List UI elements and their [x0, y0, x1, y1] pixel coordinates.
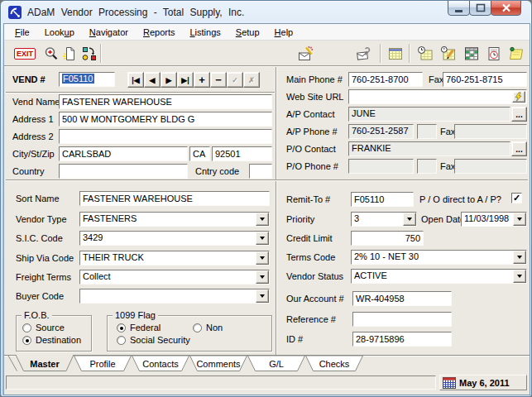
nav-prior-button[interactable]: ◀	[144, 72, 161, 88]
tab-contacts[interactable]: Contacts	[132, 356, 189, 371]
address2-field[interactable]	[59, 129, 272, 144]
table-clock-button[interactable]	[415, 43, 436, 64]
dropdown-arrow-icon[interactable]	[256, 213, 269, 226]
cntry-code-field[interactable]	[249, 164, 272, 179]
tab-master[interactable]: Master	[16, 355, 74, 371]
web-launch-button[interactable]	[512, 91, 525, 103]
our-account-field[interactable]	[352, 291, 452, 306]
flag1099-social-security-label[interactable]: Social Security	[130, 335, 190, 345]
zip-field[interactable]	[212, 146, 272, 161]
main-fax-field[interactable]	[443, 72, 527, 87]
nav-next-button[interactable]: ▶	[161, 72, 177, 88]
vendor-status-combo[interactable]: ACTIVE	[351, 269, 527, 284]
maximize-button[interactable]	[469, 0, 491, 16]
ap-phone-ext-field[interactable]	[417, 124, 437, 139]
sort-name-field[interactable]	[79, 191, 270, 206]
terms-code-combo[interactable]: 2% 10 - NET 30	[351, 250, 527, 265]
close-button[interactable]	[491, 0, 521, 16]
main-phone-field[interactable]	[348, 72, 423, 87]
city-field[interactable]	[59, 146, 188, 161]
new-document-button[interactable]	[59, 43, 80, 64]
freight-terms-combo[interactable]: Collect	[79, 270, 270, 285]
flag1099-non-radio[interactable]	[193, 323, 202, 332]
divider	[6, 92, 275, 93]
credit-limit-field[interactable]	[351, 231, 424, 246]
sic-code-combo[interactable]: 3429	[79, 231, 270, 246]
nav-insert-button[interactable]: +	[194, 72, 210, 88]
po-contact-field[interactable]: FRANKIE	[348, 141, 510, 156]
menu-help[interactable]: Help	[267, 26, 301, 39]
exit-button[interactable]: EXIT	[11, 43, 39, 64]
flag1099-federal-label[interactable]: Federal	[130, 323, 161, 332]
nav-first-button[interactable]: |◀	[127, 72, 144, 88]
id-number-field[interactable]	[352, 332, 452, 347]
dropdown-arrow-icon[interactable]	[256, 251, 269, 265]
dropdown-arrow-icon[interactable]	[513, 213, 526, 226]
fob-destination-radio[interactable]	[22, 336, 31, 345]
open-date-combo[interactable]: 11/03/1998	[461, 212, 527, 227]
vendor-type-label: Vendor Type	[16, 214, 67, 224]
nav-delete-button[interactable]: −	[210, 72, 227, 88]
vend-name-field[interactable]	[59, 94, 272, 109]
po-contact-lookup-button[interactable]: ...	[511, 141, 527, 156]
buyer-code-combo[interactable]	[79, 289, 270, 304]
remit-to-field[interactable]	[351, 192, 414, 207]
reference-field[interactable]	[352, 312, 452, 327]
menu-lookup[interactable]: Lookup	[37, 26, 82, 39]
ap-contact-lookup-button[interactable]: ...	[511, 107, 527, 122]
dropdown-arrow-icon[interactable]	[256, 270, 269, 284]
fob-source-label[interactable]: Source	[36, 323, 65, 332]
state-field[interactable]	[189, 146, 210, 161]
ap-fax-field[interactable]	[454, 124, 527, 139]
credit-limit-label: Credit Limit	[286, 233, 333, 243]
po-fax-field[interactable]	[454, 159, 527, 174]
vendor-type-combo[interactable]: FASTENERS	[79, 212, 270, 227]
tab-profile[interactable]: Profile	[74, 356, 132, 371]
nav-cancel-button[interactable]: ✗	[243, 72, 260, 88]
ap-phone-field[interactable]: 760-251-2587	[348, 124, 414, 139]
priority-combo[interactable]: 3	[351, 212, 417, 227]
menu-reports[interactable]: Reports	[136, 26, 183, 39]
ap-phone-label: A/P Phone #	[286, 127, 338, 136]
dropdown-arrow-icon[interactable]	[513, 270, 526, 283]
country-field[interactable]	[59, 164, 188, 179]
dropdown-arrow-icon[interactable]	[403, 213, 416, 226]
minimize-button[interactable]	[448, 0, 470, 16]
flag1099-federal-radio[interactable]	[117, 323, 126, 332]
dropdown-arrow-icon[interactable]	[256, 232, 269, 245]
po-phone-field[interactable]	[348, 159, 414, 174]
table-edit-button[interactable]	[438, 43, 459, 64]
table-edit-icon	[440, 45, 457, 62]
main-fax-label: Fax	[429, 74, 443, 84]
compose-mail-button[interactable]	[295, 43, 317, 64]
flag1099-social-security-radio[interactable]	[117, 336, 126, 345]
po-phone-ext-field[interactable]	[417, 159, 437, 174]
dropdown-arrow-icon[interactable]	[256, 289, 269, 303]
ap-contact-field[interactable]: JUNE	[348, 107, 510, 122]
menu-navigator[interactable]: Navigator	[82, 26, 136, 39]
tab-comments[interactable]: Comments	[190, 356, 247, 371]
nav-post-button[interactable]: ✓	[227, 72, 243, 88]
tab-gl[interactable]: G/L	[248, 356, 305, 371]
address1-field[interactable]	[59, 112, 272, 127]
nav-last-button[interactable]: ▶|	[177, 72, 194, 88]
tab-checks[interactable]: Checks	[306, 356, 363, 371]
fob-destination-label[interactable]: Destination	[36, 335, 81, 345]
menu-setup[interactable]: Setup	[228, 26, 267, 39]
our-account-label: Our Account #	[286, 294, 344, 304]
dropdown-arrow-icon[interactable]	[513, 251, 526, 264]
menu-listings[interactable]: Listings	[182, 26, 228, 39]
vend-number-field[interactable]: F05110	[59, 72, 115, 87]
po-direct-checkbox[interactable]: ✓	[511, 193, 522, 203]
navigator-button[interactable]	[79, 43, 100, 64]
table-button[interactable]	[385, 43, 406, 64]
flag1099-non-label[interactable]: Non	[206, 323, 223, 332]
sticky-note-button[interactable]	[506, 43, 527, 64]
ship-via-combo[interactable]: THEIR TRUCK	[79, 251, 270, 265]
web-url-field[interactable]	[348, 89, 527, 104]
mail-attachment-button[interactable]	[353, 43, 375, 64]
fob-source-radio[interactable]	[22, 323, 31, 332]
document-clock-button[interactable]	[483, 43, 505, 64]
table-grid-button[interactable]	[461, 43, 482, 64]
menu-file[interactable]: File	[7, 26, 37, 39]
